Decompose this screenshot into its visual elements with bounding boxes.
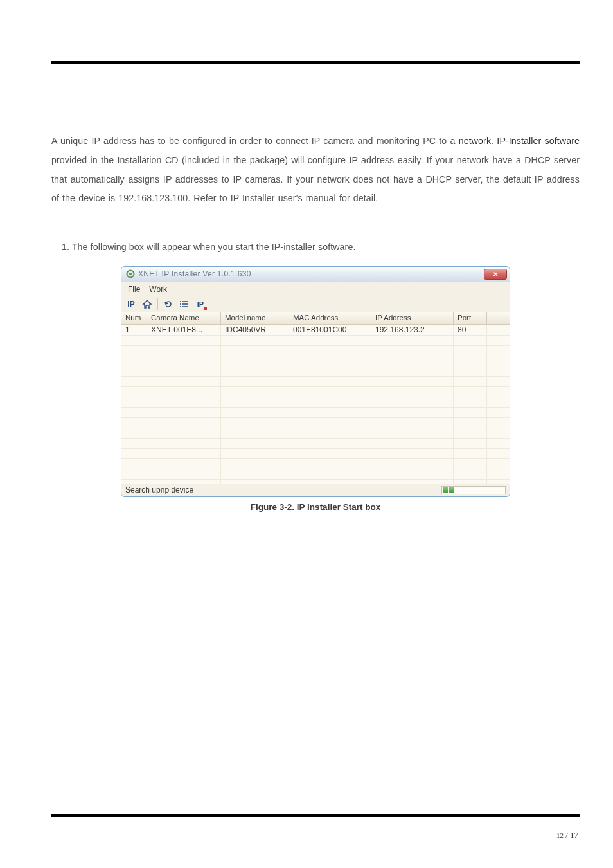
- close-button[interactable]: ✕: [484, 269, 507, 280]
- col-model-header[interactable]: Model name: [221, 312, 289, 324]
- statusbar: Search upnp device: [121, 484, 510, 496]
- menu-work[interactable]: Work: [147, 284, 173, 295]
- home-icon[interactable]: [140, 298, 154, 311]
- col-tail-header: [487, 312, 510, 324]
- svg-point-7: [180, 306, 181, 307]
- page-content: A unique IP address has to be configured…: [51, 132, 580, 512]
- window-title: XNET IP Installer Ver 1.0.1.630: [138, 269, 484, 278]
- cell-mac: 001E81001C00: [289, 325, 371, 334]
- svg-point-6: [180, 303, 181, 305]
- titlebar[interactable]: XNET IP Installer Ver 1.0.1.630 ✕: [121, 267, 510, 282]
- figure-caption: Figure 3-2. IP Installer Start box: [51, 502, 580, 512]
- cell-model: IDC4050VR: [221, 325, 289, 334]
- bottom-rule: [51, 814, 580, 817]
- progress-segment: [443, 487, 448, 493]
- page-total: 17: [570, 830, 578, 840]
- menu-file[interactable]: File: [125, 284, 147, 295]
- table-row[interactable]: 1 XNET-001E8... IDC4050VR 001E81001C00 1…: [121, 325, 510, 335]
- col-mac-header[interactable]: MAC Address: [289, 312, 371, 324]
- svg-point-1: [129, 273, 132, 275]
- toolbar-separator: [157, 298, 158, 310]
- svg-point-5: [180, 301, 181, 302]
- col-ip-header[interactable]: IP Address: [371, 312, 454, 324]
- status-text: Search upnp device: [125, 485, 441, 494]
- toolbar: IP IP: [121, 296, 510, 312]
- intro-text-1: A unique IP address has to be configured…: [51, 136, 459, 146]
- ip-device-icon[interactable]: IP: [193, 298, 208, 311]
- close-icon: ✕: [493, 271, 498, 278]
- cell-num: 1: [121, 325, 147, 334]
- intro-paragraph: A unique IP address has to be configured…: [51, 132, 580, 208]
- intro-text-dark: network. IP-Installer software: [459, 136, 580, 146]
- table-body[interactable]: 1 XNET-001E8... IDC4050VR 001E81001C00 1…: [121, 325, 510, 484]
- page-number: 12 / 17: [556, 830, 578, 840]
- progress-bar: [441, 486, 506, 494]
- step-1-text: 1. The following box will appear when yo…: [62, 238, 580, 257]
- cell-port: 80: [454, 325, 487, 334]
- col-camera-header[interactable]: Camera Name: [147, 312, 221, 324]
- list-icon[interactable]: [177, 298, 191, 311]
- cell-ip: 192.168.123.2: [371, 325, 454, 334]
- refresh-icon[interactable]: [161, 298, 175, 311]
- col-port-header[interactable]: Port: [454, 312, 487, 324]
- top-rule: [51, 61, 580, 64]
- tool-ip[interactable]: IP: [124, 298, 138, 311]
- intro-text-2: provided in the Installation CD (include…: [51, 155, 580, 204]
- progress-segment: [449, 487, 454, 493]
- table-gridlines: [121, 325, 510, 484]
- page-current: 12: [556, 831, 564, 839]
- col-num-header[interactable]: Num: [121, 312, 147, 324]
- ip-installer-window: XNET IP Installer Ver 1.0.1.630 ✕ File W…: [121, 266, 510, 497]
- menubar: File Work: [121, 282, 510, 296]
- table-header: Num Camera Name Model name MAC Address I…: [121, 312, 510, 325]
- app-icon: [125, 269, 135, 279]
- cell-camera: XNET-001E8...: [147, 325, 221, 334]
